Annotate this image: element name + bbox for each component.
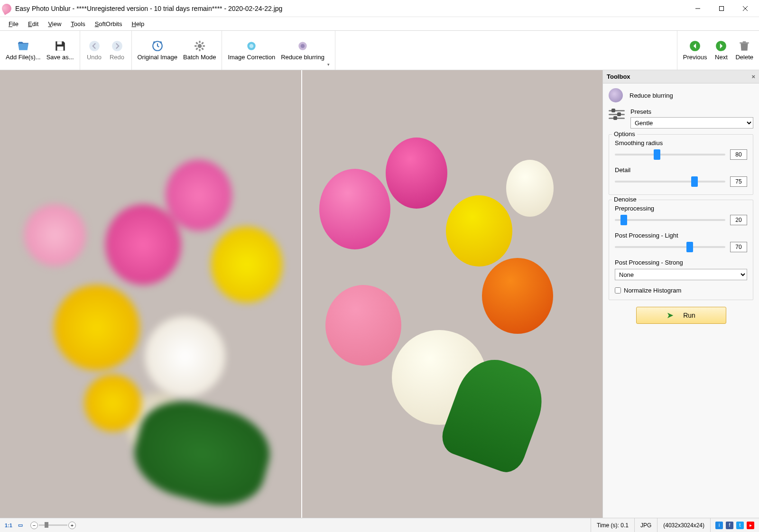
folder-open-icon (17, 39, 30, 53)
detail-value[interactable]: 75 (730, 176, 747, 187)
denoise-title: Denoise (612, 196, 639, 203)
run-button[interactable]: ➤ Run (636, 307, 726, 324)
options-title: Options (612, 130, 637, 138)
delete-button[interactable]: Delete (732, 37, 756, 64)
toolbox-header: Toolbox × (603, 70, 759, 83)
preprocessing-slider[interactable] (615, 219, 725, 221)
status-format: JPG (634, 518, 657, 532)
status-dimensions: (4032x3024x24) (657, 518, 710, 532)
maximize-button[interactable] (710, 1, 733, 16)
detail-slider[interactable] (615, 181, 725, 183)
close-button[interactable] (733, 1, 757, 16)
smoothing-slider[interactable] (615, 154, 725, 156)
twitter-icon[interactable]: t (736, 522, 744, 529)
svg-line-16 (196, 48, 197, 49)
menu-tools[interactable]: Tools (66, 18, 90, 29)
run-arrow-icon: ➤ (666, 310, 674, 321)
undo-icon (88, 39, 101, 53)
app-icon (0, 2, 13, 15)
svg-point-7 (112, 41, 122, 51)
next-button[interactable]: Next (710, 37, 732, 64)
minimize-button[interactable] (686, 1, 710, 16)
toolbox-panel: Toolbox × Reduce blurring Presets Gentle (602, 70, 759, 518)
presets-label: Presets (630, 108, 753, 115)
compare-divider[interactable] (301, 70, 302, 518)
menu-help[interactable]: Help (127, 18, 149, 29)
titlebar: Easy Photo Unblur - ****Unregistered ver… (0, 0, 759, 17)
after-image (301, 70, 602, 518)
window-title: Easy Photo Unblur - ****Unregistered ver… (15, 5, 686, 12)
arrow-right-icon (714, 39, 728, 53)
smoothing-label: Smoothing radius (615, 139, 747, 147)
presets-icon (609, 108, 625, 121)
svg-rect-1 (720, 6, 724, 10)
zoom-1to1-button[interactable]: 1:1 (3, 522, 14, 529)
add-files-button[interactable]: Add File(s)... (3, 37, 44, 64)
menu-edit[interactable]: Edit (23, 18, 43, 29)
arrow-left-icon (688, 39, 702, 53)
svg-line-15 (202, 48, 203, 49)
presets-select[interactable]: Gentle (630, 117, 753, 128)
redo-button[interactable]: Redo (106, 37, 129, 64)
fit-screen-button[interactable]: ▭ (16, 521, 25, 529)
menubar: File Edit View Tools SoftOrbits Help (0, 17, 759, 30)
info-icon[interactable]: i (715, 522, 723, 529)
preprocessing-label: Preprocessing (615, 205, 747, 212)
reduce-blurring-button[interactable]: Reduce blurring (278, 37, 327, 64)
facebook-icon[interactable]: f (726, 522, 733, 529)
main-area: Toolbox × Reduce blurring Presets Gentle (0, 70, 759, 518)
svg-rect-5 (57, 46, 63, 51)
postlight-value[interactable]: 70 (730, 242, 747, 252)
preprocessing-value[interactable]: 20 (730, 215, 747, 225)
blur-icon (296, 39, 309, 53)
gear-icon (193, 39, 206, 53)
redo-icon (111, 39, 124, 53)
before-image (0, 70, 301, 518)
menu-view[interactable]: View (43, 18, 66, 29)
status-time: Time (s): 0.1 (591, 518, 634, 532)
svg-point-9 (197, 44, 202, 48)
youtube-icon[interactable]: ▸ (747, 522, 754, 529)
svg-point-21 (301, 44, 305, 48)
toolbox-section-title: Reduce blurring (629, 92, 673, 99)
sparkle-icon (245, 39, 258, 53)
svg-line-14 (196, 42, 197, 44)
undo-button[interactable]: Undo (83, 37, 106, 64)
toolbar-dropdown-arrow[interactable]: ▾ (327, 62, 332, 67)
batch-mode-button[interactable]: Batch Mode (180, 37, 219, 64)
svg-point-6 (89, 41, 100, 51)
menu-softorbits[interactable]: SoftOrbits (90, 18, 127, 29)
image-canvas[interactable] (0, 70, 602, 518)
normalize-label: Normalize Histogram (624, 287, 681, 294)
toolbox-close-button[interactable]: × (751, 73, 755, 80)
postlight-slider[interactable] (615, 246, 725, 248)
save-as-button[interactable]: Save as... (44, 37, 77, 64)
poststrong-label: Post Processing - Strong (615, 259, 747, 266)
detail-label: Detail (615, 166, 747, 174)
previous-button[interactable]: Previous (680, 37, 710, 64)
zoom-slider[interactable] (39, 524, 67, 526)
zoom-out-button[interactable]: − (30, 522, 38, 529)
image-correction-button[interactable]: Image Correction (225, 37, 278, 64)
svg-line-17 (202, 42, 203, 44)
trash-icon (738, 39, 751, 53)
clock-icon (151, 39, 164, 53)
zoom-in-button[interactable]: + (68, 522, 76, 529)
original-image-button[interactable]: Original Image (135, 37, 181, 64)
smoothing-value[interactable]: 80 (730, 149, 747, 160)
toolbar: Add File(s)... Save as... Undo Redo Orig… (0, 30, 759, 70)
svg-point-19 (250, 44, 254, 48)
normalize-checkbox[interactable] (615, 287, 621, 294)
poststrong-select[interactable]: None (615, 269, 747, 280)
menu-file[interactable]: File (4, 18, 23, 29)
save-icon (54, 39, 67, 53)
blur-icon (609, 88, 623, 102)
postlight-label: Post Processing - Light (615, 232, 747, 239)
svg-rect-4 (57, 41, 62, 45)
statusbar: 1:1 ▭ − + Time (s): 0.1 JPG (4032x3024x2… (0, 518, 759, 532)
